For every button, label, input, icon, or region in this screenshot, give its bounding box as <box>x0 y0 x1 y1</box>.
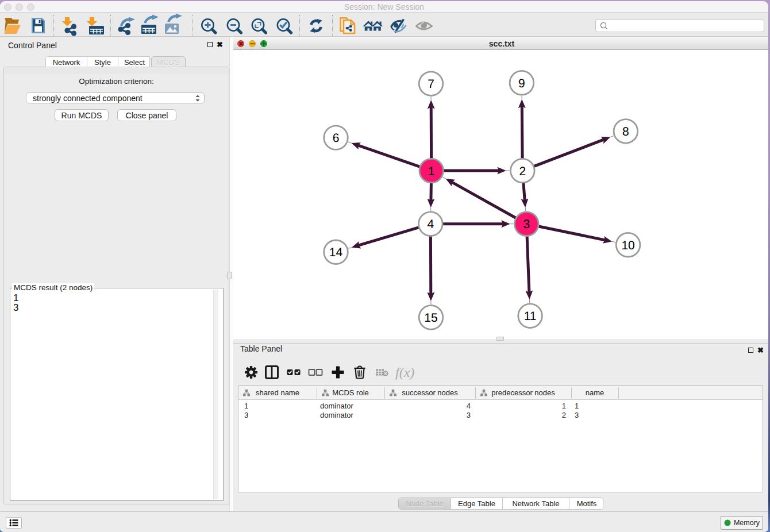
svg-text:10: 10 <box>621 239 634 252</box>
svg-text:2: 2 <box>519 165 526 178</box>
svg-text:14: 14 <box>329 246 343 259</box>
svg-text:6: 6 <box>333 132 340 145</box>
svg-text:3: 3 <box>523 218 530 231</box>
svg-text:15: 15 <box>424 311 437 325</box>
svg-text:11: 11 <box>524 310 537 323</box>
svg-text:7: 7 <box>428 78 434 91</box>
svg-text:9: 9 <box>518 77 525 90</box>
svg-text:1: 1 <box>428 165 435 178</box>
svg-text:f(x): f(x) <box>395 365 414 380</box>
svg-text:4: 4 <box>427 218 434 231</box>
svg-text:8: 8 <box>622 125 629 138</box>
